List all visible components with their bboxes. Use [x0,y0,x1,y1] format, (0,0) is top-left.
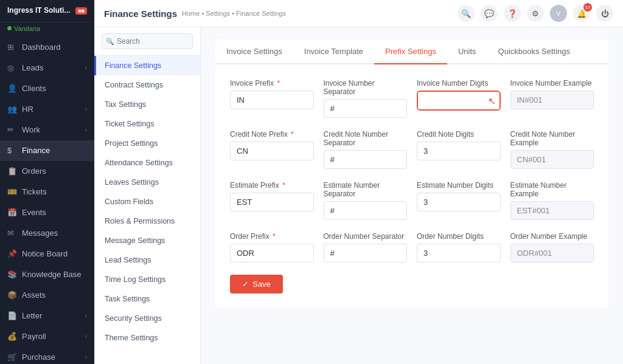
sidebar-item-notice-board[interactable]: 📌 Notice Board [0,244,94,264]
tab-quickbooks-settings[interactable]: Quickbooks Settings [487,39,582,64]
settings-nav-security-settings[interactable]: Security Settings [94,309,200,328]
tab-invoice-template[interactable]: Invoice Template [293,39,374,64]
form-row-order: Order Prefix * Order Number Separator [230,232,594,263]
sidebar-item-label: Purchase [22,352,55,362]
field-estimate-number-example: Estimate Number Example [510,181,594,220]
avatar[interactable]: V [550,5,567,22]
input-estimate-prefix[interactable] [230,193,314,211]
chevron-right-icon: › [85,64,87,71]
chevron-right-icon: › [85,126,87,133]
sidebar-item-finance[interactable]: $ Finance [0,140,94,161]
sidebar-item-label: Letter [22,311,42,320]
sidebar-item-messages[interactable]: ✉ Messages [0,223,94,244]
notification-count: 57 [583,3,592,12]
field-invoice-prefix: Invoice Prefix * [230,79,314,118]
settings-nav-lead-settings[interactable]: Lead Settings [94,250,200,270]
sidebar-item-orders[interactable]: 📋 Orders [0,161,94,182]
input-order-number-separator[interactable] [324,244,408,263]
chevron-right-icon: › [85,333,87,340]
sidebar-item-letter[interactable]: 📄 Letter › [0,306,94,326]
save-button[interactable]: ✓ Save [230,275,283,294]
purchase-icon: 🛒 [7,352,17,362]
user-status-dot [7,26,12,30]
label-credit-note-number-separator: Credit Note Number Separator [324,130,408,147]
settings-nav-leaves-settings[interactable]: Leaves Settings [94,173,200,192]
settings-nav-tax-settings[interactable]: Tax Settings [94,95,200,114]
sidebar-item-events[interactable]: 📅 Events [0,202,94,223]
power-button[interactable]: ⏻ [596,5,613,22]
tab-invoice-settings[interactable]: Invoice Settings [215,39,293,64]
label-credit-note-number-example: Credit Note Number Example [510,130,594,147]
sidebar-item-label: Finance [22,146,50,155]
sidebar-item-assets[interactable]: 📦 Assets [0,285,94,306]
field-credit-note-number-example: Credit Note Number Example [510,130,594,169]
finance-icon: $ [7,146,17,156]
settings-search-input[interactable] [102,33,193,49]
input-credit-note-prefix[interactable] [230,142,314,160]
sidebar-item-label: Assets [22,290,46,300]
notification-button[interactable]: 🔔 57 [573,5,590,22]
dashboard-icon: ⊞ [7,43,17,52]
field-order-number-separator: Order Number Separator [324,232,408,263]
sidebar-item-label: Payroll [22,332,46,341]
topbar-right: 🔍 💬 ❓ ⚙ V 🔔 57 ⏻ [458,5,613,22]
label-estimate-number-separator: Estimate Number Separator [324,181,408,198]
settings-nav-project-settings[interactable]: Project Settings [94,134,200,153]
label-invoice-number-digits: Invoice Number Digits [417,79,501,88]
input-invoice-prefix[interactable] [230,91,314,109]
field-estimate-number-digits: Estimate Number Digits [417,181,501,220]
settings-nav-theme-settings[interactable]: Theme Settings [94,328,200,348]
payroll-icon: 💰 [7,332,17,342]
input-credit-note-number-separator[interactable] [324,150,408,169]
label-order-number-example: Order Number Example [510,232,594,241]
sidebar-badge: ■■ [75,7,87,15]
settings-sidebar: 🔍 Finance Settings Contract Settings Tax… [94,27,201,364]
settings-nav-time-log-settings[interactable]: Time Log Settings [94,270,200,289]
sidebar-item-work[interactable]: ✏ Work › [0,120,94,140]
sidebar-item-knowledge-base[interactable]: 📚 Knowledge Base [0,264,94,285]
settings-nav-custom-fields[interactable]: Custom Fields [94,192,200,211]
input-estimate-number-digits[interactable] [417,193,501,211]
sidebar-item-tickets[interactable]: 🎫 Tickets [0,182,94,202]
input-credit-note-number-example [510,150,594,169]
chevron-right-icon: › [85,312,87,319]
input-estimate-number-separator[interactable] [324,201,408,220]
settings-button[interactable]: ⚙ [527,5,544,22]
notice-board-icon: 📌 [7,249,17,259]
label-order-prefix: Order Prefix * [230,232,314,241]
input-credit-note-digits[interactable] [417,142,501,160]
help-button[interactable]: ❓ [504,5,521,22]
input-order-prefix[interactable] [230,244,314,263]
topbar-left: Finance Settings Home • Settings • Finan… [104,9,286,19]
label-order-number-separator: Order Number Separator [324,232,408,241]
chat-button[interactable]: 💬 [481,5,498,22]
sidebar-item-payroll[interactable]: 💰 Payroll › [0,326,94,347]
sidebar-item-dashboard[interactable]: ⊞ Dashboard [0,37,94,58]
tab-units[interactable]: Units [447,39,487,64]
sidebar-item-label: Tickets [22,187,47,196]
tab-prefix-settings[interactable]: Prefix Settings [374,39,447,64]
sidebar-item-purchase[interactable]: 🛒 Purchase › [0,347,94,364]
sidebar-item-clients[interactable]: 👤 Clients [0,78,94,99]
input-order-number-digits[interactable] [417,244,501,263]
field-order-number-example: Order Number Example [510,232,594,263]
sidebar-user: Vandana [0,22,94,37]
input-invoice-number-separator[interactable] [324,99,408,118]
settings-nav-finance-settings[interactable]: Finance Settings [94,56,200,75]
save-checkmark-icon: ✓ [242,280,249,289]
sidebar: Ingress IT Soluti... ■■ Vandana ⊞ Dashbo… [0,0,94,364]
settings-nav-ticket-settings[interactable]: Ticket Settings [94,114,200,134]
sidebar-item-hr[interactable]: 👥 HR › [0,99,94,120]
sidebar-item-label: Messages [22,228,58,238]
label-credit-note-prefix: Credit Note Prefix * [230,130,314,139]
search-button[interactable]: 🔍 [458,5,475,22]
label-credit-note-digits: Credit Note Digits [417,130,501,139]
input-invoice-number-digits[interactable] [418,92,499,109]
sidebar-item-leads[interactable]: ◎ Leads › [0,58,94,78]
settings-nav-attendance-settings[interactable]: Attendance Settings [94,153,200,173]
settings-nav-contract-settings[interactable]: Contract Settings [94,75,200,95]
settings-nav-roles-permissions[interactable]: Roles & Permissions [94,211,200,231]
settings-nav-message-settings[interactable]: Message Settings [94,231,200,250]
settings-nav-task-settings[interactable]: Task Settings [94,289,200,309]
clients-icon: 👤 [7,84,17,94]
